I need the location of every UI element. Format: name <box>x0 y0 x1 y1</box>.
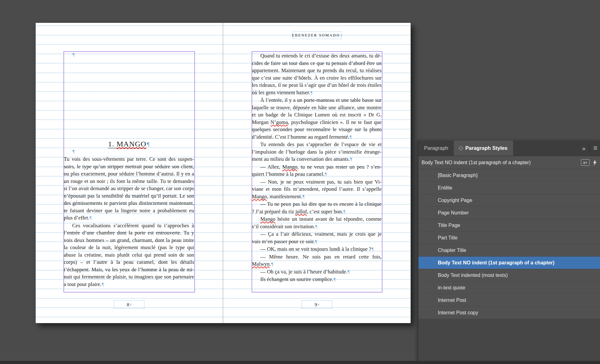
pilcrow-mark: ¶ <box>72 52 75 57</box>
pilcrow-mark: ¶ <box>350 135 352 140</box>
paragraph: — OK, mais on se voit toujours lundi à l… <box>252 245 382 253</box>
paragraph-style-item[interactable]: Part Title <box>418 232 600 244</box>
text-run: Tu vois des sous-vêtements par terre. Ce… <box>64 156 194 221</box>
tab-bar-separator <box>589 144 590 152</box>
paragraph-style-label: Title Page <box>438 223 460 228</box>
paragraph: — Oh ça va, je suis à l’heure d’habitude… <box>252 268 382 276</box>
lightning-icon[interactable] <box>593 160 597 166</box>
paragraph: À l’entrée, il y a un porte-manteau et u… <box>252 96 382 141</box>
tab-paragraph-label: Paragraph <box>424 145 448 151</box>
paragraph-style-item[interactable]: Copyright Page <box>418 194 600 207</box>
tab-paragraph[interactable]: Paragraph <box>418 140 454 156</box>
pilcrow-mark: ¶ <box>102 282 104 287</box>
panel-diamond-icon <box>459 146 463 150</box>
misspelled-word: Mango <box>252 194 267 199</box>
text-run: . <box>270 261 271 267</box>
paragraph-style-item[interactable]: Page Number <box>418 207 600 219</box>
paragraph-style-label: Internet Post copy <box>438 310 478 316</box>
running-header-frame[interactable]: EBENEZER SOMADO# <box>292 32 342 39</box>
right-page-text-frame[interactable]: Quand tu entends le cri d’extase des deu… <box>252 52 382 292</box>
tab-paragraph-styles[interactable]: Paragraph Styles <box>454 140 513 156</box>
indesign-workspace: EBENEZER SOMADO# ¶ 1. MANGO¶ ¶ Tu vois d… <box>0 0 600 364</box>
misspelled-word: Malwyn <box>252 261 270 267</box>
pilcrow-mark: ¶ <box>271 262 273 267</box>
pilcrow-mark: ¶ <box>348 270 350 274</box>
paragraph: Ces vocalisations s’accélèrent quand tu … <box>64 222 194 288</box>
tab-paragraph-styles-label: Paragraph Styles <box>465 145 508 151</box>
paragraph-style-item[interactable]: [Basic Paragraph] <box>418 169 600 182</box>
paragraph-style-label: Copyright Page <box>438 198 472 203</box>
chapter-title-text: 1. MANGO <box>108 140 147 148</box>
paragraph: — Ça a l’air délicieux, vraiment, mais j… <box>252 230 382 245</box>
page-number-frame-left[interactable]: 8# <box>114 300 144 309</box>
misspelled-word: N’goma <box>271 119 288 125</box>
paragraph-style-label: Body Text indented (most texts) <box>438 273 508 278</box>
paragraph-style-item[interactable]: Chapter Title <box>418 244 600 257</box>
pilcrow-mark: ¶ <box>302 194 304 199</box>
paragraph-style-item[interactable]: in-text quote <box>418 282 600 294</box>
pilcrow-mark: ¶ <box>315 224 317 229</box>
paragraph-style-item[interactable]: Body Text indented (most texts) <box>418 269 600 282</box>
paragraph: Mango hésite un instant avant de lui rép… <box>252 215 382 230</box>
text-run: — OK, mais on se voit toujours lundi à l… <box>260 246 371 252</box>
misspelled-word: jollof <box>295 209 307 214</box>
paragraph-style-label: [Basic Paragraph] <box>438 173 478 178</box>
paragraph: — Non, je ne peux vraiment pas, tu sais … <box>252 178 382 201</box>
text-run: — Non, je ne peux vraiment pas, tu sais … <box>252 179 382 192</box>
text-run: — Même heure. Ne sois pas en retard cett… <box>260 254 382 260</box>
panel-menu-icon[interactable]: ≡ <box>593 145 598 152</box>
paragraph-style-label: Entête <box>438 185 452 191</box>
misspelled-word: MANGO <box>117 140 147 148</box>
paragraph: — Même heure. Ne sois pas en retard cett… <box>252 253 382 268</box>
panel-tab-bar-controls: » ≡ <box>582 140 598 156</box>
left-page-text: Tu vois des sous-vêtements par terre. Ce… <box>64 155 194 288</box>
pilcrow-mark: ¶ <box>334 277 336 282</box>
page-number-frame-right[interactable]: 9# <box>302 300 332 309</box>
paragraph-style-label: Part Title <box>438 235 458 241</box>
paragraph: Tu entends des pas s’approcher de l’espa… <box>252 141 382 163</box>
paragraph-style-label: Body Text NO indent (1st paragraph of a … <box>438 260 554 266</box>
paragraph-style-item[interactable]: Internet Post copy <box>418 307 600 319</box>
current-style-row[interactable]: Body Text NO indent (1st paragraph of a … <box>418 156 600 169</box>
text-run: Quand tu entends le cri d’extase des deu… <box>252 53 382 96</box>
chapter-title: 1. MANGO¶ <box>64 140 194 148</box>
paragraph: — Tu ne peux pas lui dire que tu es enco… <box>252 200 382 215</box>
misspelled-word: Mango <box>260 216 275 222</box>
collapse-panels-icon[interactable]: » <box>582 145 585 151</box>
pilcrow-mark: ¶ <box>350 157 352 162</box>
paragraph-style-label: Page Number <box>438 210 469 216</box>
paragraph-style-item[interactable]: Internet Post <box>418 294 600 307</box>
pilcrow-mark: ¶ <box>147 141 150 148</box>
paragraph-style-item[interactable]: Entête <box>418 182 600 194</box>
paragraph-styles-list: [Basic Paragraph]EntêteCopyright PagePag… <box>418 169 600 319</box>
left-page-text-frame[interactable]: ¶ 1. MANGO¶ ¶ Tu vois des sous-vêtements… <box>64 52 194 292</box>
paragraph-style-item[interactable]: Body Text NO indent (1st paragraph of a … <box>418 257 600 269</box>
current-style-label: Body Text NO indent (1st paragraph of a … <box>422 160 578 165</box>
text-run: , c’est super bon. <box>307 209 343 214</box>
paragraph-style-label: in-text quote <box>438 285 465 291</box>
misspelled-word: Mango <box>282 164 297 170</box>
text-run: Ces vocalisations s’accélèrent quand tu … <box>64 223 194 287</box>
pilcrow-mark: ¶ <box>372 247 373 252</box>
paragraph: Ils échangent un sourire complice.¶ <box>252 276 382 283</box>
pilcrow-mark: ¶ <box>311 91 312 95</box>
paragraph-style-item[interactable]: Title Page <box>418 219 600 232</box>
text-run: — Oh ça va, je suis à l’heure d’habitude… <box>260 269 348 275</box>
style-override-highlighter-icon[interactable]: a+ <box>581 159 590 166</box>
page-number: 8 <box>127 302 129 307</box>
end-of-story-mark: # <box>341 34 342 37</box>
paragraph: Quand tu entends le cri d’extase des deu… <box>252 52 382 96</box>
pilcrow-mark: ¶ <box>325 172 327 177</box>
running-header-text: EBENEZER SOMADO <box>292 33 340 38</box>
end-of-story-mark: # <box>318 303 319 306</box>
document-spread: EBENEZER SOMADO# ¶ 1. MANGO¶ ¶ Tu vois d… <box>36 23 411 323</box>
page-spine-divider <box>223 23 223 323</box>
pilcrow-mark: ¶ <box>72 149 75 154</box>
panel-tab-bar: Paragraph Paragraph Styles » ≡ <box>418 140 600 156</box>
paragraph: Tu vois des sous-vêtements par terre. Ce… <box>64 155 194 222</box>
app-bottom-edge <box>0 361 600 364</box>
pilcrow-mark: ¶ <box>343 209 345 214</box>
text-run: Tu entends des pas s’approcher de l’espa… <box>252 141 382 162</box>
end-of-story-mark: # <box>130 303 131 306</box>
pilcrow-mark: ¶ <box>315 239 317 244</box>
